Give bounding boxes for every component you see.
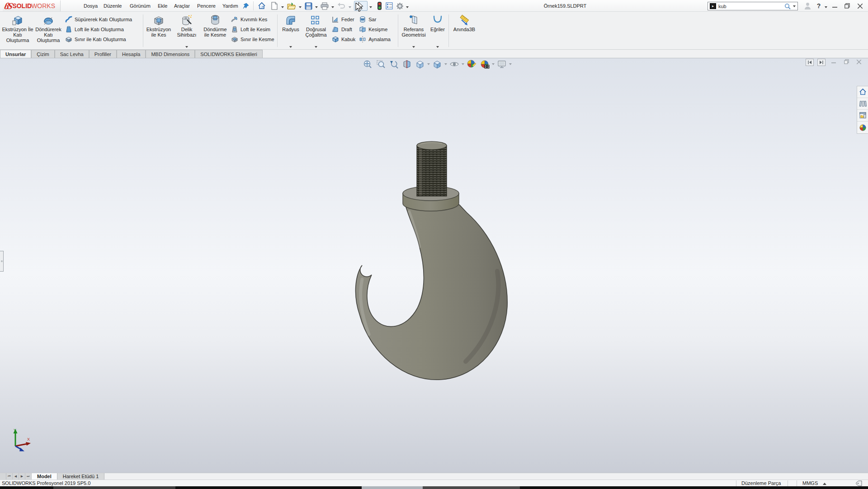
print-button[interactable] xyxy=(320,1,330,10)
new-document-button[interactable] xyxy=(269,1,279,10)
window-close-button[interactable] xyxy=(854,0,866,12)
open-dropdown[interactable] xyxy=(299,4,302,9)
button-label: Sınır ile Katı Oluşturma xyxy=(75,37,126,42)
motion-study-tab[interactable]: Hareket Etüdü 1 xyxy=(57,473,105,480)
button-label: Aynalama xyxy=(368,37,391,42)
boundary-boss-icon xyxy=(65,36,72,43)
ribbon-group-features: Radyus Doğrusal Çoğaltma Feder Draft Kab… xyxy=(279,12,392,50)
save-dropdown[interactable] xyxy=(315,4,318,9)
menu-pencere[interactable]: Pencere xyxy=(193,0,220,12)
home-button[interactable] xyxy=(257,1,267,10)
reference-geometry-button[interactable]: Referans Geometrisi xyxy=(400,12,427,50)
window-minimize-button[interactable] xyxy=(828,0,841,12)
search-dropdown[interactable] xyxy=(793,5,796,7)
open-button[interactable] xyxy=(286,1,296,10)
revolve-cut-button[interactable]: Döndürme ile Kesme xyxy=(201,12,229,50)
mouse-cursor xyxy=(355,3,362,12)
loft-boss-button[interactable]: Loft ile Katı Oluşturma xyxy=(63,24,134,34)
fillet-dropdown[interactable] xyxy=(279,46,302,48)
button-label: Döndürerek Katı Oluşturma xyxy=(33,27,63,43)
menu-yardim[interactable]: Yardım xyxy=(218,0,242,12)
search-input[interactable]: kub xyxy=(718,4,782,9)
next-tab-nav-button[interactable]: ▶ xyxy=(19,473,25,480)
help-button[interactable]: ? xyxy=(814,1,824,10)
boundary-boss-button[interactable]: Sınır ile Katı Oluşturma xyxy=(63,34,134,44)
revolve-boss-button[interactable]: Döndürerek Katı Oluşturma xyxy=(33,12,63,50)
options-dropdown[interactable] xyxy=(406,4,409,9)
instant3d-button[interactable]: Anında3B xyxy=(451,12,478,50)
undo-dropdown[interactable] xyxy=(349,4,351,9)
tab-hesapla[interactable]: Hesapla xyxy=(117,50,146,58)
model-tab[interactable]: Model xyxy=(32,473,57,480)
menu-ekle[interactable]: Ekle xyxy=(154,0,171,12)
ribbon-group-cut: Ekstrüzyon ile Kes Delik Sihirbazı Döndü… xyxy=(145,12,276,50)
window-restore-button[interactable] xyxy=(841,0,854,12)
graphics-viewport[interactable]: Y X xyxy=(0,58,868,473)
intersect-button[interactable]: Kesişme xyxy=(357,24,392,34)
boss-extrude-icon xyxy=(12,14,24,27)
curves-dropdown[interactable] xyxy=(427,46,448,48)
first-tab-nav-button[interactable]: ⏮ xyxy=(6,473,13,480)
tab-sac-levha[interactable]: Sac Levha xyxy=(55,50,89,58)
tab-profiller[interactable]: Profiller xyxy=(89,50,117,58)
hook-body[interactable] xyxy=(356,204,508,380)
tab-mbd-dimensions[interactable]: MBD Dimensions xyxy=(146,50,195,58)
menu-gorunum[interactable]: Görünüm xyxy=(126,0,155,12)
windows-taskbar-edge xyxy=(0,486,868,489)
boundary-cut-button[interactable]: Sınır ile Kesme xyxy=(229,34,276,44)
linear-pattern-dropdown[interactable] xyxy=(302,46,330,48)
units-selector[interactable]: MMGS xyxy=(802,480,826,486)
prev-tab-nav-button[interactable]: ◀ xyxy=(13,473,19,480)
search-icon[interactable] xyxy=(784,3,791,9)
hook-model[interactable] xyxy=(0,58,868,473)
search-box[interactable]: ▸ kub xyxy=(708,2,798,10)
swept-boss-button[interactable]: Süpürerek Katı Oluşturma xyxy=(63,14,134,24)
linear-pattern-button[interactable]: Doğrusal Çoğaltma xyxy=(302,12,330,50)
search-commands-icon: ▸ xyxy=(710,3,716,9)
save-button[interactable] xyxy=(303,1,313,10)
boss-extrude-button[interactable]: Ekstrüzyon İle Katı Oluşturma xyxy=(2,12,33,50)
file-properties-button[interactable] xyxy=(384,1,394,10)
rebuild-button[interactable] xyxy=(374,1,384,10)
rib-button[interactable]: Feder xyxy=(330,14,357,24)
print-dropdown[interactable] xyxy=(331,4,334,9)
brand-text-light: WORKS xyxy=(31,2,55,9)
help-dropdown[interactable] xyxy=(825,4,827,9)
tab-solidworks-eklentileri[interactable]: SOLIDWORKS Eklentileri xyxy=(195,50,262,58)
mirror-button[interactable]: Aynalama xyxy=(357,34,392,44)
fillet-button[interactable]: Radyus xyxy=(279,12,302,50)
login-user-icon[interactable] xyxy=(802,1,812,10)
last-tab-nav-button[interactable]: ⏭ xyxy=(25,473,32,480)
menu-duzenle[interactable]: Düzenle xyxy=(99,0,126,12)
swept-cut-button[interactable]: Kıvrımlı Kes xyxy=(229,14,276,24)
wrap-button[interactable]: Sar xyxy=(357,14,392,24)
ribbon-group-reference: Referans Geometrisi Eğriler xyxy=(400,12,448,50)
select-tool-dropdown[interactable] xyxy=(369,4,372,9)
new-document-dropdown[interactable] xyxy=(281,4,284,9)
button-label: Anında3B xyxy=(453,27,475,32)
tab-unsurlar[interactable]: Unsurlar xyxy=(0,50,31,58)
draft-button[interactable]: Draft xyxy=(330,24,357,34)
wrap-icon xyxy=(359,16,366,23)
button-label: Draft xyxy=(341,27,352,32)
app-version-text: SOLIDWORKS Profesyonel 2019 SP5.0 xyxy=(2,480,90,486)
options-gear-button[interactable] xyxy=(395,1,405,10)
hole-wizard-dropdown[interactable] xyxy=(172,46,201,48)
hole-wizard-button[interactable]: Delik Sihirbazı xyxy=(172,12,201,50)
units-text: MMGS xyxy=(802,480,818,486)
loft-cut-button[interactable]: Loft ile Kesim xyxy=(229,24,276,34)
status-bar: SOLIDWORKS Profesyonel 2019 SP5.0 Düzenl… xyxy=(0,480,868,486)
undo-button[interactable] xyxy=(336,1,346,10)
splitter-corner[interactable] xyxy=(0,473,6,480)
tab-cizim[interactable]: Çizim xyxy=(31,50,55,58)
menu-dosya[interactable]: Dosya xyxy=(80,0,102,12)
pin-menu-icon[interactable] xyxy=(241,1,251,10)
button-label: Kıvrımlı Kes xyxy=(241,17,267,22)
curves-button[interactable]: Eğriler xyxy=(427,12,448,50)
cut-extrude-button[interactable]: Ekstrüzyon ile Kes xyxy=(145,12,172,50)
reference-geometry-dropdown[interactable] xyxy=(400,46,427,48)
button-label: Sınır ile Kesme xyxy=(241,37,274,42)
menu-araclar[interactable]: Araçlar xyxy=(170,0,194,12)
hook-threaded-stud[interactable] xyxy=(417,141,447,196)
shell-button[interactable]: Kabuk xyxy=(330,34,357,44)
